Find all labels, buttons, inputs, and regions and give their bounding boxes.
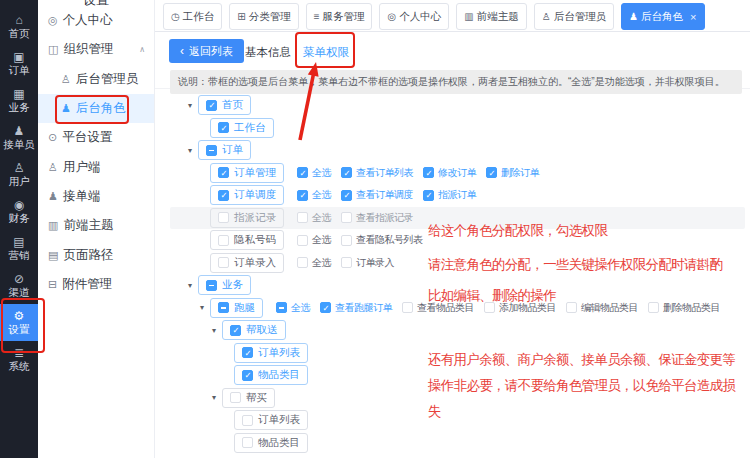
checkbox-unchecked[interactable] [297,235,308,246]
permission-option[interactable]: 查看指派记录 [341,211,413,225]
checkbox-checked[interactable] [320,302,331,313]
permission-option[interactable]: 全选 [297,166,331,180]
checkbox-checked[interactable] [486,167,497,178]
menu-node-indeterminate[interactable]: 业务 [198,275,251,295]
nav2-item-admin[interactable]: ♙后台管理员 [38,65,154,94]
page-tab-theme[interactable]: ▥前端主题 [456,3,526,30]
checkbox-checked[interactable] [242,370,253,381]
caret-down-icon[interactable]: ▾ [209,326,219,335]
nav1-item-courier[interactable]: ♟接单员 [0,119,38,156]
nav1-item-business[interactable]: ▦业务 [0,82,38,119]
page-tab-role[interactable]: ♟后台角色× [621,3,704,30]
permission-option[interactable]: 查看跑腿订单 [320,301,392,315]
checkbox-checked[interactable] [206,100,217,111]
tab-close-icon[interactable]: × [690,11,696,23]
checkbox-unchecked[interactable] [341,212,352,223]
menu-node-checked[interactable]: 工作台 [210,118,274,138]
page-tab-category[interactable]: ⊞分类管理 [229,3,298,30]
nav1-item-user[interactable]: ♙用户 [0,156,38,193]
menu-node-checked[interactable]: 帮取送 [222,320,286,340]
nav1-item-channel[interactable]: ⊘渠道 [0,267,38,304]
menu-node-indeterminate[interactable]: 跑腿 [210,298,263,318]
checkbox-checked[interactable] [423,190,434,201]
checkbox-unchecked[interactable] [566,302,577,313]
permission-option[interactable]: 删除订单 [486,166,539,180]
menu-node-checked[interactable]: 物品类目 [234,365,308,385]
caret-down-icon[interactable]: ▾ [197,303,207,312]
nav2-item-org[interactable]: ◫组织管理∧ [38,35,154,64]
nav1-item-finance[interactable]: ◉财务 [0,193,38,230]
permission-option[interactable]: 全选 [297,233,331,247]
menu-node-indeterminate[interactable]: 订单 [198,140,251,160]
permission-option[interactable]: 删除物品类目 [648,301,720,315]
checkbox-checked[interactable] [230,325,241,336]
menu-node-checked[interactable]: 订单调度 [210,185,284,205]
checkbox-checked[interactable] [242,347,253,358]
menu-node-unchecked[interactable]: 订单列表 [234,410,308,430]
checkbox-checked[interactable] [341,167,352,178]
checkbox-unchecked[interactable] [242,437,253,448]
checkbox-checked[interactable] [218,190,229,201]
checkbox-checked[interactable] [297,190,308,201]
menu-node-checked[interactable]: 订单管理 [210,163,284,183]
permission-option[interactable]: 查看订单列表 [341,166,413,180]
menu-node-unchecked[interactable]: 帮买 [222,388,275,408]
nav2-item-attachment[interactable]: ⊟附件管理 [38,270,154,299]
nav2-item-courier-client[interactable]: ♟接单端 [38,182,154,211]
nav2-item-profile[interactable]: ◎个人中心 [38,6,154,35]
page-tab-admin[interactable]: ♙后台管理员 [534,3,614,30]
tab-basic-info[interactable]: 基本信息 [245,45,291,60]
checkbox-unchecked[interactable] [242,415,253,426]
permission-option[interactable]: 全选 [297,211,331,225]
menu-node-checked[interactable]: 订单列表 [234,343,308,363]
checkbox-unchecked[interactable] [341,257,352,268]
permission-option[interactable]: 查看隐私号列表 [341,233,423,247]
checkbox-unchecked[interactable] [402,302,413,313]
permission-option[interactable]: 订单录入 [341,256,394,270]
nav1-item-settings[interactable]: ⚙设置 [0,304,38,341]
nav2-item-role[interactable]: ♟后台角色 [38,94,154,123]
checkbox-indeterminate[interactable] [206,280,217,291]
nav2-item-theme[interactable]: ▥前端主题 [38,211,154,240]
permission-option[interactable]: 修改订单 [423,166,476,180]
checkbox-checked[interactable] [218,122,229,133]
caret-down-icon[interactable]: ▾ [209,393,219,402]
permission-option[interactable]: 全选 [276,301,310,315]
nav2-item-path[interactable]: ▤页面路径 [38,240,154,269]
menu-node-unchecked[interactable]: 订单录入 [210,253,284,273]
permission-option[interactable]: 编辑物品类目 [566,301,638,315]
checkbox-checked[interactable] [341,190,352,201]
nav2-item-platform[interactable]: ⊙平台设置 [38,123,154,152]
nav1-item-home[interactable]: ⌂首页 [0,8,38,45]
menu-node-unchecked[interactable]: 隐私号码 [210,230,284,250]
permission-option[interactable]: 全选 [297,188,331,202]
checkbox-checked[interactable] [218,167,229,178]
caret-down-icon[interactable]: ▾ [185,101,195,110]
checkbox-unchecked[interactable] [341,235,352,246]
checkbox-indeterminate[interactable] [276,302,287,313]
permission-option[interactable]: 全选 [297,256,331,270]
checkbox-unchecked[interactable] [297,257,308,268]
checkbox-indeterminate[interactable] [218,302,229,313]
back-to-list-button[interactable]: ‹ 返回列表 [169,39,244,63]
checkbox-checked[interactable] [297,167,308,178]
page-tab-dashboard[interactable]: ◷工作台 [163,3,222,30]
menu-node-unchecked[interactable]: 物品类目 [234,433,308,453]
checkbox-unchecked[interactable] [218,257,229,268]
caret-down-icon[interactable]: ▾ [185,281,195,290]
checkbox-unchecked[interactable] [297,212,308,223]
tab-menu-permissions[interactable]: 菜单权限 [303,45,349,60]
page-tab-profile[interactable]: ◎个人中心 [379,3,449,30]
caret-down-icon[interactable]: ▾ [185,146,195,155]
nav1-item-order[interactable]: ▣订单 [0,45,38,82]
permission-option[interactable]: 查看订单调度 [341,188,413,202]
nav1-item-system[interactable]: ≣系统 [0,341,38,378]
checkbox-indeterminate[interactable] [206,145,217,156]
checkbox-checked[interactable] [423,167,434,178]
permission-option[interactable]: 指派订单 [423,188,476,202]
checkbox-unchecked[interactable] [230,392,241,403]
checkbox-unchecked[interactable] [218,235,229,246]
nav1-item-marketing[interactable]: ▤营销 [0,230,38,267]
menu-node-checked[interactable]: 首页 [198,95,251,115]
page-tab-service[interactable]: ≡服务管理 [306,3,373,30]
